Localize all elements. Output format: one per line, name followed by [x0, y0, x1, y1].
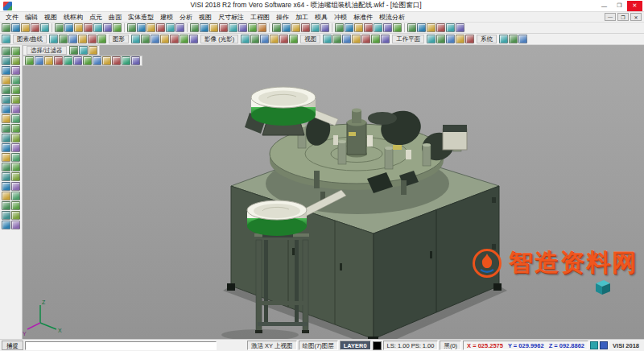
- menu-item[interactable]: 编辑: [22, 13, 41, 22]
- toolbar-icon[interactable]: [11, 47, 20, 56]
- toolbar-icon[interactable]: [180, 35, 188, 43]
- minimize-button[interactable]: —: [597, 1, 612, 11]
- toolbar-icon[interactable]: [2, 66, 10, 75]
- toolbar-icon[interactable]: [229, 23, 237, 32]
- toolbar-group-label[interactable]: 图形: [109, 35, 129, 43]
- toolbar-icon[interactable]: [78, 35, 87, 43]
- toolbar-icon[interactable]: [21, 23, 30, 32]
- toolbar-icon[interactable]: [323, 35, 332, 43]
- toolbar-icon[interactable]: [49, 35, 58, 43]
- toolbar-icon[interactable]: [40, 23, 49, 32]
- toolbar-icon[interactable]: [2, 56, 10, 65]
- toolbar-icon[interactable]: [83, 56, 92, 65]
- toolbar-icon[interactable]: [260, 35, 269, 43]
- toolbar-icon[interactable]: [11, 153, 20, 162]
- menu-item[interactable]: 模具: [312, 13, 331, 22]
- close-button[interactable]: ✕: [627, 1, 642, 11]
- menu-item[interactable]: 视图: [196, 13, 215, 22]
- toolbar-icon[interactable]: [374, 23, 382, 32]
- toolbar-icon[interactable]: [88, 35, 97, 43]
- toolbar-icon[interactable]: [219, 23, 228, 32]
- toolbar-icon[interactable]: [11, 182, 20, 191]
- toolbar-icon[interactable]: [151, 35, 159, 43]
- toolbar-icon[interactable]: [11, 134, 20, 142]
- toolbar-icon[interactable]: [59, 35, 68, 43]
- toolbar-icon[interactable]: [270, 35, 279, 43]
- menu-item[interactable]: 模流分析: [376, 13, 408, 22]
- toolbar-icon[interactable]: [11, 221, 20, 229]
- toolbar-icon[interactable]: [11, 114, 20, 123]
- toolbar-icon[interactable]: [11, 56, 20, 65]
- toolbar-icon[interactable]: [2, 163, 10, 171]
- toolbar-icon[interactable]: [11, 143, 20, 152]
- toolbar-icon[interactable]: [2, 182, 10, 191]
- menu-item[interactable]: 尺寸标注: [215, 13, 247, 22]
- menu-item[interactable]: 文件: [2, 13, 22, 22]
- toolbar-icon[interactable]: [250, 35, 259, 43]
- status-color-info[interactable]: 黑(0): [440, 341, 461, 350]
- mdi-window-control[interactable]: ❐: [617, 13, 629, 21]
- menu-item[interactable]: 曲面: [105, 13, 125, 22]
- toolbar-icon[interactable]: [342, 35, 351, 43]
- toolbar-icon[interactable]: [427, 23, 436, 32]
- toolbar-icon[interactable]: [11, 124, 20, 133]
- mdi-window-control[interactable]: —: [605, 13, 616, 21]
- toolbar-icon[interactable]: [2, 105, 10, 114]
- toolbar-icon[interactable]: [335, 23, 344, 32]
- toolbar-icon[interactable]: [200, 23, 208, 32]
- menu-item[interactable]: 标准件: [350, 13, 376, 22]
- toolbar-icon[interactable]: [2, 76, 10, 85]
- selection-filter-dropdown[interactable]: 选择/过滤器: [27, 46, 67, 55]
- status-view-info[interactable]: 激活 XY 上视图: [247, 341, 297, 350]
- toolbar-icon[interactable]: [64, 56, 72, 65]
- toolbar-icon[interactable]: [55, 23, 64, 32]
- toolbar-icon[interactable]: [131, 56, 140, 65]
- toolbar-icon[interactable]: [499, 35, 508, 43]
- toolbar-icon[interactable]: [2, 124, 10, 133]
- toolbar-icon[interactable]: [301, 23, 310, 32]
- toolbar-icon[interactable]: [446, 35, 455, 43]
- toolbar-icon[interactable]: [113, 23, 122, 32]
- toolbar-icon[interactable]: [436, 35, 445, 43]
- toolbar-icon[interactable]: [11, 85, 20, 94]
- toolbar-icon[interactable]: [175, 23, 184, 32]
- toolbar-icon[interactable]: [11, 105, 20, 114]
- toolbar-icon[interactable]: [84, 23, 93, 32]
- toolbar-icon[interactable]: [11, 23, 20, 32]
- menu-item[interactable]: 点元: [86, 13, 105, 22]
- toolbar-icon[interactable]: [166, 23, 175, 32]
- toolbar-icon[interactable]: [209, 23, 218, 32]
- toolbar-icon[interactable]: [79, 46, 88, 55]
- active-layer-badge[interactable]: LAYER0: [340, 341, 371, 350]
- menu-item[interactable]: 操作: [273, 13, 292, 22]
- command-input[interactable]: [25, 341, 217, 350]
- toolbar-icon[interactable]: [93, 23, 102, 32]
- toolbar-icon[interactable]: [97, 35, 106, 43]
- mdi-window-control[interactable]: ✕: [630, 13, 642, 21]
- toolbar-icon[interactable]: [2, 211, 10, 220]
- toolbar-icon[interactable]: [74, 23, 83, 32]
- menu-item[interactable]: 实体造型: [125, 13, 157, 22]
- toolbar-group-label[interactable]: 工作平面: [392, 35, 424, 43]
- toolbar-icon[interactable]: [361, 35, 370, 43]
- toolbar-icon[interactable]: [509, 35, 518, 43]
- toolbar-icon[interactable]: [456, 35, 464, 43]
- view-cube-icon[interactable]: [596, 280, 610, 295]
- toolbar-group-label[interactable]: 影像 (光影): [200, 35, 238, 43]
- menu-item[interactable]: 视图: [41, 13, 60, 22]
- toolbar-group-label[interactable]: 图素/曲线: [13, 35, 47, 43]
- toolbar-icon[interactable]: [11, 76, 20, 85]
- menu-item[interactable]: 工程图: [247, 13, 273, 22]
- toolbar-icon[interactable]: [248, 23, 257, 32]
- viewport[interactable]: 选择/过滤器: [23, 45, 644, 339]
- toolbar-icon[interactable]: [2, 192, 10, 200]
- toolbar-icon[interactable]: [93, 56, 101, 65]
- toolbar-icon[interactable]: [141, 35, 150, 43]
- toolbar-icon[interactable]: [354, 23, 363, 32]
- maximize-button[interactable]: ❐: [612, 1, 627, 11]
- toolbar-icon[interactable]: [25, 56, 34, 65]
- toolbar-icon[interactable]: [2, 172, 10, 181]
- toolbar-icon[interactable]: [456, 23, 464, 32]
- color-swatch[interactable]: [373, 341, 382, 350]
- toolbar-icon[interactable]: [238, 23, 247, 32]
